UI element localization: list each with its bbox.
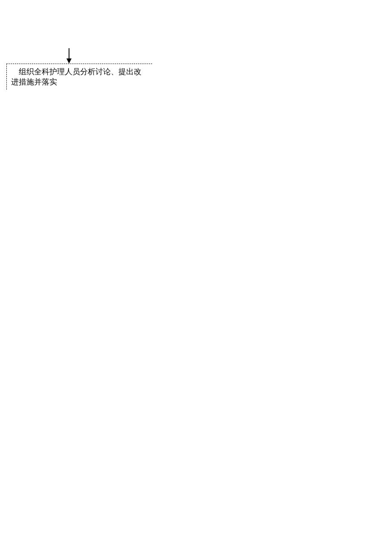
down-arrow-icon [66,48,72,64]
svg-marker-1 [66,58,72,64]
process-box: 组织全科护理人员分析讨论、提出改 进措施并落实 [6,64,152,90]
process-box-text: 组织全科护理人员分析讨论、提出改 进措施并落实 [11,67,149,87]
process-box-line2: 进措施并落实 [11,77,149,87]
diagram-canvas: 组织全科护理人员分析讨论、提出改 进措施并落实 [0,0,392,555]
process-box-line1: 组织全科护理人员分析讨论、提出改 [11,67,149,77]
